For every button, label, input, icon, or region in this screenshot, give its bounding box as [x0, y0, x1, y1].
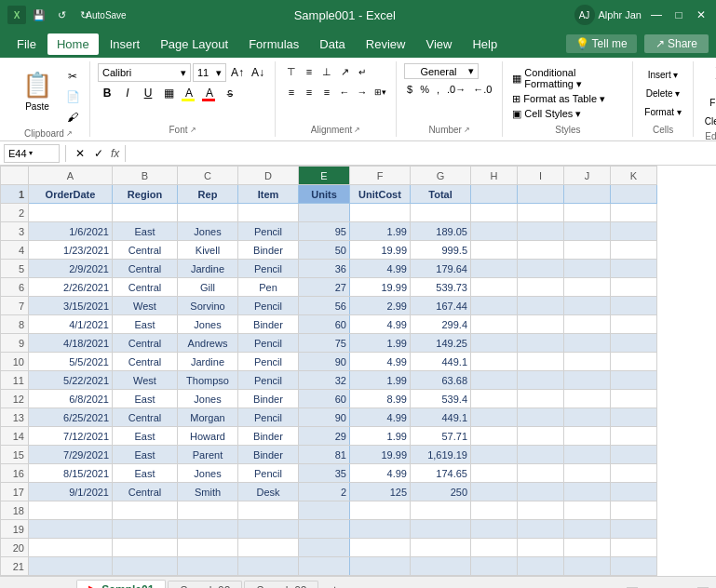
- cell-D5[interactable]: Pencil: [238, 260, 299, 278]
- cell-K5[interactable]: [611, 260, 657, 278]
- cell-C4[interactable]: Kivell: [178, 241, 238, 260]
- underline-button[interactable]: U: [139, 84, 157, 102]
- cell-I2[interactable]: [518, 204, 564, 222]
- cell-I6[interactable]: [518, 278, 564, 297]
- cell-D6[interactable]: Pen: [238, 278, 299, 297]
- cell-J7[interactable]: [564, 297, 611, 315]
- cell-G19[interactable]: [411, 520, 471, 539]
- cell-I16[interactable]: [518, 464, 564, 483]
- cell-H9[interactable]: [471, 334, 518, 353]
- tell-me-box[interactable]: 💡 Tell me: [566, 34, 637, 53]
- cell-G10[interactable]: 449.1: [411, 353, 471, 371]
- cell-C14[interactable]: Howard: [178, 427, 238, 446]
- cell-I17[interactable]: [518, 483, 564, 501]
- add-sheet-button[interactable]: +: [324, 580, 344, 588]
- cell-G18[interactable]: [411, 501, 471, 520]
- cell-H12[interactable]: [471, 390, 518, 408]
- align-bottom-button[interactable]: ⊥: [318, 63, 335, 80]
- cell-I19[interactable]: [518, 520, 564, 539]
- cell-D14[interactable]: Binder: [238, 427, 299, 446]
- cell-J9[interactable]: [564, 334, 611, 353]
- col-header-j[interactable]: J: [564, 167, 611, 185]
- menu-insert[interactable]: Insert: [101, 33, 150, 55]
- cell-K17[interactable]: [611, 483, 657, 501]
- cell-D20[interactable]: [238, 539, 299, 557]
- cell-J2[interactable]: [564, 204, 611, 222]
- cell-I9[interactable]: [518, 334, 564, 353]
- cell-C5[interactable]: Jardine: [178, 260, 238, 278]
- cell-C3[interactable]: Jones: [178, 222, 238, 241]
- cell-K18[interactable]: [611, 501, 657, 520]
- cell-I21[interactable]: [518, 557, 564, 576]
- cell-reference-box[interactable]: E44 ▾: [4, 144, 60, 163]
- cell-E2[interactable]: [299, 204, 350, 222]
- cell-J5[interactable]: [564, 260, 611, 278]
- cell-H18[interactable]: [471, 501, 518, 520]
- cut-button[interactable]: ✂: [63, 67, 82, 86]
- formula-confirm-button[interactable]: ✓: [90, 145, 107, 162]
- delete-cells-button[interactable]: Delete ▾: [642, 85, 684, 101]
- cell-B4[interactable]: Central: [113, 241, 178, 260]
- cell-J14[interactable]: [564, 427, 611, 446]
- cell-I8[interactable]: [518, 315, 564, 334]
- cell-H16[interactable]: [471, 464, 518, 483]
- cell-K6[interactable]: [611, 278, 657, 297]
- cell-B9[interactable]: Central: [113, 334, 178, 353]
- cell-A17[interactable]: 9/1/2021: [29, 483, 113, 501]
- fill-color-button[interactable]: A: [180, 84, 198, 102]
- cell-E13[interactable]: 90: [299, 408, 350, 427]
- cell-A19[interactable]: [29, 520, 113, 539]
- cell-J10[interactable]: [564, 353, 611, 371]
- format-as-table-button[interactable]: ⊞ Format as Table ▾: [510, 92, 625, 106]
- cell-G14[interactable]: 57.71: [411, 427, 471, 446]
- cell-E4[interactable]: 50: [299, 241, 350, 260]
- cell-F18[interactable]: [350, 501, 411, 520]
- sheet-scroll-area[interactable]: A B C D E F G H I J K 1OrderDateRegionRe…: [0, 166, 716, 576]
- cell-J11[interactable]: [564, 371, 611, 390]
- cell-K14[interactable]: [611, 427, 657, 446]
- cell-J8[interactable]: [564, 315, 611, 334]
- cell-B18[interactable]: [113, 501, 178, 520]
- close-button[interactable]: ✕: [694, 7, 709, 22]
- menu-page-layout[interactable]: Page Layout: [151, 33, 237, 55]
- cell-K11[interactable]: [611, 371, 657, 390]
- cell-K8[interactable]: [611, 315, 657, 334]
- cell-A3[interactable]: 1/6/2021: [29, 222, 113, 241]
- cell-E3[interactable]: 95: [299, 222, 350, 241]
- cell-F9[interactable]: 1.99: [350, 334, 411, 353]
- cell-G9[interactable]: 149.25: [411, 334, 471, 353]
- cell-C9[interactable]: Andrews: [178, 334, 238, 353]
- cell-J13[interactable]: [564, 408, 611, 427]
- cell-A16[interactable]: 8/15/2021: [29, 464, 113, 483]
- cell-K4[interactable]: [611, 241, 657, 260]
- cell-H8[interactable]: [471, 315, 518, 334]
- col-header-b[interactable]: B: [113, 167, 178, 185]
- cell-I18[interactable]: [518, 501, 564, 520]
- italic-button[interactable]: I: [118, 84, 137, 102]
- font-size-selector[interactable]: 11 ▾: [193, 63, 226, 82]
- cell-J3[interactable]: [564, 222, 611, 241]
- cell-G16[interactable]: 174.65: [411, 464, 471, 483]
- decrease-decimal-button[interactable]: ←.0: [470, 83, 494, 96]
- cell-G21[interactable]: [411, 557, 471, 576]
- cell-G7[interactable]: 167.44: [411, 297, 471, 315]
- cell-B2[interactable]: [113, 204, 178, 222]
- cell-A13[interactable]: 6/25/2021: [29, 408, 113, 427]
- cell-F10[interactable]: 4.99: [350, 353, 411, 371]
- cell-A9[interactable]: 4/18/2021: [29, 334, 113, 353]
- orientation-button[interactable]: ↗: [336, 63, 353, 80]
- cell-H21[interactable]: [471, 557, 518, 576]
- cell-D3[interactable]: Pencil: [238, 222, 299, 241]
- cell-E16[interactable]: 35: [299, 464, 350, 483]
- maximize-button[interactable]: □: [671, 7, 686, 22]
- cell-H11[interactable]: [471, 371, 518, 390]
- col-header-i[interactable]: I: [518, 167, 564, 185]
- cell-F20[interactable]: [350, 539, 411, 557]
- cell-G6[interactable]: 539.73: [411, 278, 471, 297]
- cell-D10[interactable]: Pencil: [238, 353, 299, 371]
- cell-B13[interactable]: Central: [113, 408, 178, 427]
- cell-E5[interactable]: 36: [299, 260, 350, 278]
- cell-G2[interactable]: [411, 204, 471, 222]
- cell-J21[interactable]: [564, 557, 611, 576]
- cell-G12[interactable]: 539.4: [411, 390, 471, 408]
